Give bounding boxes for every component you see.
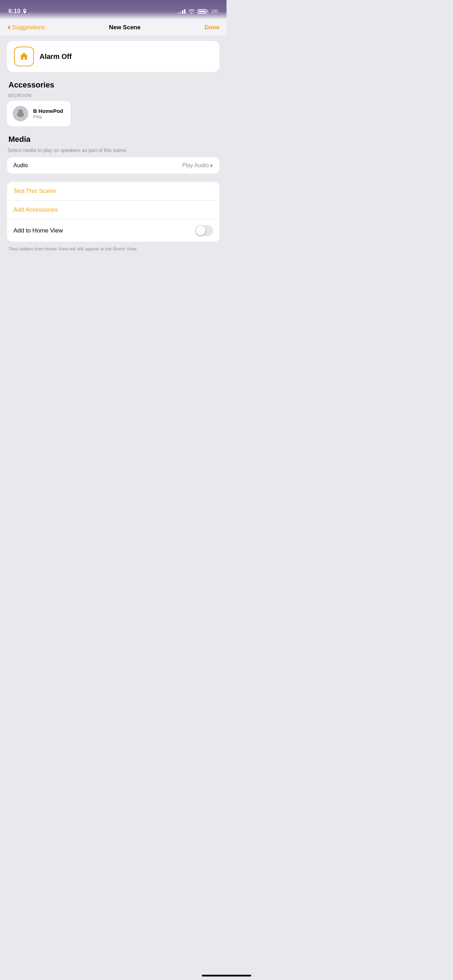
add-to-home-row: Add to Home View	[7, 220, 219, 242]
add-accessories-button[interactable]: Add Accessories	[7, 201, 219, 220]
accessory-status: Play	[33, 114, 63, 119]
scene-name-card[interactable]: Alarm Off	[7, 41, 219, 72]
signal-bar-1	[178, 12, 179, 14]
add-to-home-toggle[interactable]	[195, 225, 213, 236]
toggle-knob	[196, 226, 205, 235]
back-button[interactable]: Suggestions	[7, 24, 45, 31]
main-content: Alarm Off Accessories BEDROOM B HomePod …	[0, 35, 227, 258]
accessory-card[interactable]: B HomePod Play	[7, 101, 71, 126]
home-icon	[19, 51, 29, 61]
accessories-header: Accessories	[7, 80, 219, 90]
test-scene-label: Test This Scene	[13, 188, 56, 195]
signal-bar-2	[180, 11, 181, 14]
battery-percent: 100	[211, 9, 218, 14]
battery-indicator	[197, 9, 208, 14]
homepod-icon	[15, 108, 26, 119]
location-icon	[22, 9, 27, 14]
media-description: Select media to play on speakers as part…	[7, 148, 219, 153]
add-accessories-label: Add Accessories	[13, 206, 58, 213]
status-time: 6:10	[8, 8, 27, 15]
scene-name-text: Alarm Off	[40, 52, 72, 60]
nav-bar: Suggestions New Scene Done	[0, 19, 227, 35]
accessories-section: Accessories BEDROOM B HomePod Play	[7, 80, 219, 126]
media-section: Media Select media to play on speakers a…	[7, 135, 219, 173]
signal-bars	[178, 9, 186, 14]
audio-value-text: Play Audio	[182, 162, 209, 169]
accessory-icon	[13, 106, 28, 121]
media-header: Media	[7, 135, 219, 144]
test-scene-button[interactable]: Test This Scene	[7, 182, 219, 201]
signal-bar-3	[182, 10, 183, 14]
room-label: BEDROOM	[7, 93, 219, 98]
status-icons: 100	[178, 9, 218, 14]
chevron-left-icon	[7, 25, 11, 30]
svg-point-1	[18, 109, 23, 114]
actions-card: Test This Scene Add Accessories Add to H…	[7, 182, 219, 242]
accessory-name: B HomePod	[33, 108, 63, 114]
signal-bar-4	[184, 9, 186, 14]
done-button[interactable]: Done	[205, 24, 220, 31]
time-display: 6:10	[8, 8, 21, 15]
back-label: Suggestions	[12, 24, 45, 31]
wifi-icon	[188, 9, 195, 14]
scene-icon	[14, 46, 34, 66]
accessory-info: B HomePod Play	[33, 108, 63, 119]
audio-label: Audio	[13, 162, 28, 169]
chevron-right-icon	[210, 163, 213, 168]
audio-value: Play Audio	[182, 162, 213, 169]
add-to-home-label: Add to Home View	[13, 227, 63, 234]
status-bar: 6:10 100	[0, 0, 227, 19]
helper-text: Tiles hidden from Home View will still a…	[7, 246, 219, 252]
audio-row[interactable]: Audio Play Audio	[7, 158, 219, 173]
nav-title: New Scene	[109, 24, 141, 31]
